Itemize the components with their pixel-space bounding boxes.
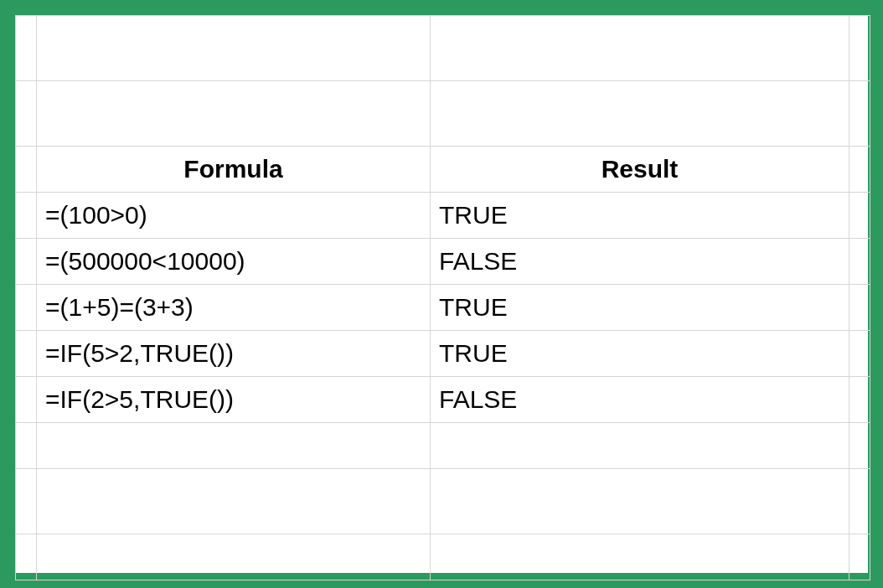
table-row: =(500000<10000) FALSE <box>16 239 870 285</box>
cell-empty[interactable] <box>849 147 870 193</box>
column-header-result[interactable]: Result <box>431 147 849 193</box>
cell-empty[interactable] <box>849 534 870 580</box>
cell-empty[interactable] <box>16 534 37 580</box>
cell-empty[interactable] <box>16 377 37 423</box>
cell-empty[interactable] <box>16 469 37 534</box>
cell-empty[interactable] <box>431 469 849 534</box>
cell-formula[interactable]: =(500000<10000) <box>37 239 431 285</box>
spreadsheet-frame: Formula Result =(100>0) TRUE =(500000<10… <box>0 0 883 588</box>
cell-formula[interactable]: =(1+5)=(3+3) <box>37 285 431 331</box>
cell-empty[interactable] <box>37 534 431 580</box>
cell-result[interactable]: FALSE <box>431 377 849 423</box>
table-header-row: Formula Result <box>16 147 870 193</box>
cell-empty[interactable] <box>849 16 870 81</box>
cell-empty[interactable] <box>849 377 870 423</box>
column-header-formula[interactable]: Formula <box>37 147 431 193</box>
cell-empty[interactable] <box>16 423 37 469</box>
table-row: =(1+5)=(3+3) TRUE <box>16 285 870 331</box>
table-row <box>16 469 870 534</box>
cell-formula[interactable]: =(100>0) <box>37 193 431 239</box>
cell-empty[interactable] <box>16 147 37 193</box>
cell-result[interactable]: FALSE <box>431 239 849 285</box>
cell-empty[interactable] <box>16 239 37 285</box>
cell-formula[interactable]: =IF(2>5,TRUE()) <box>37 377 431 423</box>
cell-empty[interactable] <box>849 239 870 285</box>
cell-formula[interactable]: =IF(5>2,TRUE()) <box>37 331 431 377</box>
cell-empty[interactable] <box>37 469 431 534</box>
table-row <box>16 16 870 81</box>
cell-empty[interactable] <box>37 423 431 469</box>
cell-empty[interactable] <box>16 16 37 81</box>
cell-empty[interactable] <box>431 16 849 81</box>
table-row <box>16 534 870 580</box>
cell-empty[interactable] <box>849 285 870 331</box>
cell-empty[interactable] <box>16 285 37 331</box>
cell-empty[interactable] <box>431 534 849 580</box>
cell-result[interactable]: TRUE <box>431 193 849 239</box>
cell-empty[interactable] <box>431 81 849 147</box>
cell-empty[interactable] <box>16 193 37 239</box>
cell-empty[interactable] <box>37 81 431 147</box>
spreadsheet-grid: Formula Result =(100>0) TRUE =(500000<10… <box>15 15 870 580</box>
cell-empty[interactable] <box>849 331 870 377</box>
table-row <box>16 423 870 469</box>
table-row: =(100>0) TRUE <box>16 193 870 239</box>
cell-empty[interactable] <box>849 469 870 534</box>
cell-empty[interactable] <box>37 16 431 81</box>
cell-empty[interactable] <box>431 423 849 469</box>
cell-empty[interactable] <box>16 81 37 147</box>
cell-empty[interactable] <box>849 193 870 239</box>
cell-result[interactable]: TRUE <box>431 285 849 331</box>
table-row: =IF(5>2,TRUE()) TRUE <box>16 331 870 377</box>
cell-empty[interactable] <box>16 331 37 377</box>
cell-empty[interactable] <box>849 81 870 147</box>
cell-result[interactable]: TRUE <box>431 331 849 377</box>
cell-empty[interactable] <box>849 423 870 469</box>
table-row: =IF(2>5,TRUE()) FALSE <box>16 377 870 423</box>
table-row <box>16 81 870 147</box>
